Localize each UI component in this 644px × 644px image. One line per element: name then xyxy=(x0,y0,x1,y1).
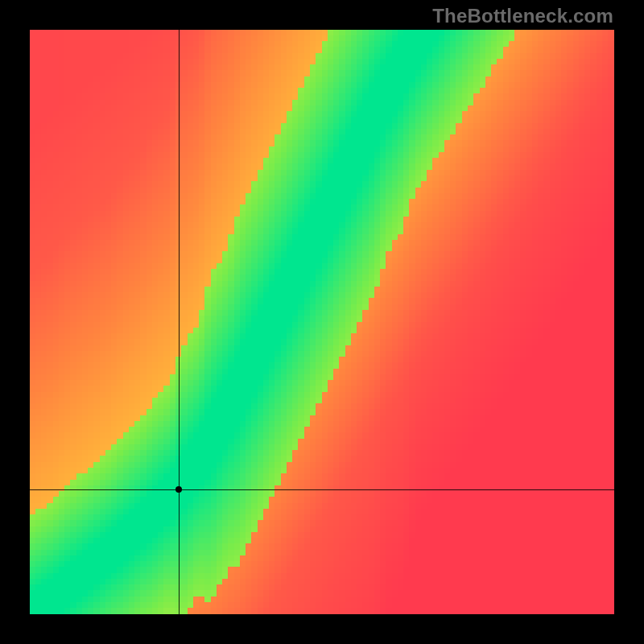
heatmap-canvas xyxy=(30,30,614,614)
chart-frame: TheBottleneck.com xyxy=(0,0,644,644)
plot-area xyxy=(30,30,614,614)
crosshair-horizontal xyxy=(30,489,614,490)
watermark-text: TheBottleneck.com xyxy=(432,5,613,27)
crosshair-vertical xyxy=(179,30,180,614)
